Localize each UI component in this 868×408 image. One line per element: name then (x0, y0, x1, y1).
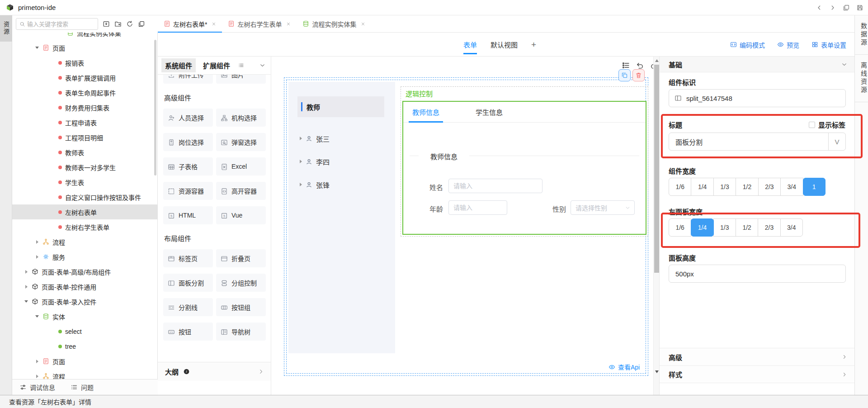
palette-item[interactable]: Vue (216, 206, 266, 224)
panel-height-input[interactable] (669, 265, 846, 283)
tree-expand-arrow-icon[interactable] (24, 270, 28, 274)
component-id-field[interactable] (686, 95, 845, 102)
tree-item[interactable]: 流程 (12, 234, 158, 249)
tree-item[interactable]: 页面-表单-控件通用 (12, 279, 158, 294)
outline-footer[interactable]: 大纲 (158, 362, 271, 381)
tree-expand-arrow-icon[interactable] (298, 182, 303, 187)
tree-item[interactable]: 教师表一对多学生 (12, 160, 158, 175)
palette-item[interactable]: Excel (216, 157, 266, 176)
document-tab[interactable]: 流程实例实体集 (297, 15, 371, 32)
tree-expand-arrow-icon[interactable] (298, 136, 303, 141)
palette-item[interactable]: 按钮组 (216, 298, 266, 316)
width-option-3/4[interactable]: 3/4 (780, 178, 803, 196)
import-resource-icon[interactable] (103, 20, 110, 28)
teacher-tree-node[interactable]: 张三 (298, 133, 330, 144)
refresh-icon[interactable] (126, 20, 133, 28)
outline-tree-icon[interactable] (622, 61, 630, 70)
palette-item[interactable]: 标签页 (163, 249, 213, 267)
tree-item[interactable]: 服务 (12, 249, 158, 264)
width-option-1/6[interactable]: 1/6 (669, 218, 691, 237)
view-api-link[interactable]: 查看Api (609, 362, 640, 371)
width-option-1/3[interactable]: 1/3 (713, 218, 736, 237)
tree-item[interactable]: 页面-表单-高级/布局组件 (12, 264, 158, 279)
collapse-windows-icon[interactable] (138, 20, 145, 28)
tree-expand-arrow-icon[interactable] (298, 159, 303, 164)
close-tab-icon[interactable] (360, 21, 366, 27)
tree-item[interactable]: 流程 (12, 369, 158, 379)
tree-item[interactable]: tree (12, 339, 158, 354)
scroll-up-arrow-icon[interactable] (655, 59, 659, 62)
tree-item[interactable]: 报销表 (12, 55, 158, 70)
tab-extension-components[interactable]: 扩展组件 (199, 58, 234, 72)
tab-form[interactable]: 表单 (463, 33, 477, 57)
section-advanced[interactable]: 高级 (660, 348, 855, 365)
tree-expand-arrow-icon[interactable] (35, 46, 39, 50)
tree-item[interactable]: 流程实例实体集 (12, 33, 158, 40)
tree-expand-arrow-icon[interactable] (24, 285, 28, 289)
width-option-1/3[interactable]: 1/3 (713, 178, 736, 196)
save-icon[interactable] (856, 4, 863, 11)
tree-item[interactable]: 页面-表单-录入控件 (12, 294, 158, 309)
palette-item[interactable]: 人员选择 (163, 109, 213, 127)
header-action-button[interactable]: 编码模式 (730, 40, 765, 49)
tree-item[interactable]: 实体 (12, 309, 158, 324)
width-option-1[interactable]: 1 (803, 178, 826, 196)
width-option-1/2[interactable]: 1/2 (736, 178, 758, 196)
palette-collapse-chevron-icon[interactable] (259, 62, 266, 69)
palette-item[interactable]: 导航树 (216, 323, 266, 341)
tree-item[interactable]: 财务费用归集表 (12, 100, 158, 115)
palette-item[interactable]: 图片 (216, 75, 266, 84)
problems-button[interactable]: 问题 (71, 383, 94, 392)
outline-expand-chevron-icon[interactable] (258, 368, 264, 375)
tree-item[interactable]: 左树右学生表单 (12, 219, 158, 234)
delete-component-button[interactable] (632, 69, 645, 81)
undo-icon[interactable] (636, 61, 644, 70)
palette-menu-icon[interactable] (238, 62, 244, 68)
tab-system-components[interactable]: 系统组件 (161, 58, 196, 72)
window-layout-icon[interactable] (843, 4, 850, 11)
title-input[interactable]: V (669, 133, 846, 151)
tree-expand-arrow-icon[interactable] (35, 255, 39, 259)
width-option-2/3[interactable]: 2/3 (758, 178, 781, 196)
search-box[interactable] (16, 18, 98, 30)
header-action-button[interactable]: 预览 (777, 40, 799, 49)
tab-default-view[interactable]: 默认视图 (491, 33, 518, 57)
close-tab-icon[interactable] (211, 21, 217, 27)
close-tab-icon[interactable] (286, 21, 291, 27)
width-option-1/4[interactable]: 1/4 (691, 218, 713, 237)
nav-back-icon[interactable] (816, 4, 823, 11)
name-input-field[interactable] (449, 182, 542, 190)
sidebar-scrollbar-thumb[interactable] (154, 40, 156, 176)
tree-item[interactable]: select (12, 324, 158, 339)
tree-item[interactable]: 左树右表单 (12, 204, 158, 219)
palette-item[interactable]: 高开容器 (216, 182, 266, 200)
title-input-field[interactable] (669, 138, 828, 146)
search-input[interactable] (27, 21, 95, 28)
tree-item[interactable]: 工程项目明细 (12, 130, 158, 145)
palette-item[interactable]: 按钮 (163, 323, 213, 341)
tree-expand-arrow-icon[interactable] (35, 359, 39, 364)
tree-expand-arrow-icon[interactable] (35, 374, 39, 379)
width-option-1/2[interactable]: 1/2 (736, 218, 758, 237)
gender-select[interactable]: 请选择性别 (571, 200, 635, 215)
tree-expand-arrow-icon[interactable] (35, 314, 39, 319)
palette-item[interactable]: 附件上传 (163, 75, 213, 84)
palette-item[interactable]: HTML (163, 206, 213, 224)
nav-forward-icon[interactable] (829, 4, 836, 11)
tree-item[interactable]: 页面 (12, 354, 158, 369)
palette-item[interactable]: 折叠页 (216, 249, 266, 267)
teacher-tree-node[interactable]: 李四 (298, 156, 330, 167)
palette-item[interactable]: 分组控制 (216, 274, 266, 292)
teacher-tree-node[interactable]: 张锋 (298, 179, 330, 190)
width-option-1/6[interactable]: 1/6 (669, 178, 691, 196)
palette-item[interactable]: 岗位选择 (163, 133, 213, 151)
width-option-1/4[interactable]: 1/4 (691, 178, 713, 196)
panel-height-field[interactable] (669, 270, 845, 278)
tree-item[interactable]: 工程申请表 (12, 115, 158, 130)
palette-item[interactable]: 资源容器 (163, 182, 213, 200)
right-rail-tab[interactable]: 离线资源 (855, 55, 868, 102)
tree-expand-arrow-icon[interactable] (24, 299, 28, 304)
palette-item[interactable]: 机构选择 (216, 109, 266, 127)
add-view-button[interactable]: + (531, 40, 536, 50)
scroll-down-arrow-icon[interactable] (655, 370, 659, 373)
